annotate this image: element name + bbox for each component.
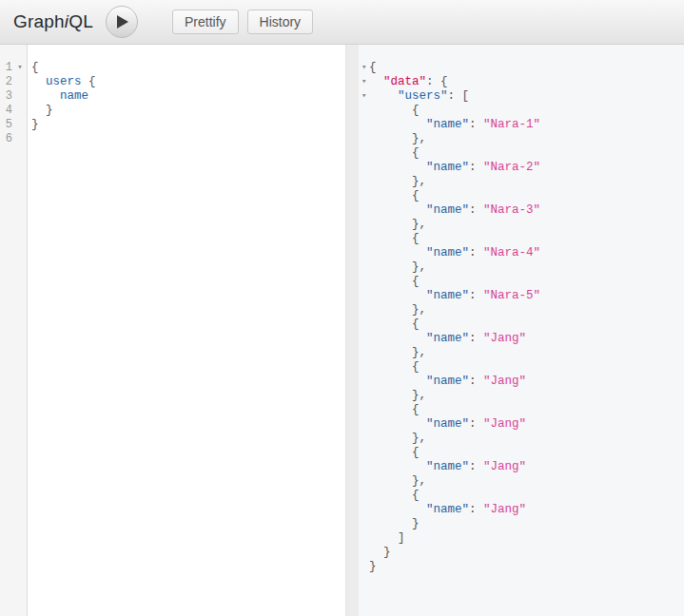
code-text: } [369,517,420,531]
query-code[interactable]: 1▾{2 users {3 name4 }5}6 [0,45,345,146]
code-text: "name": "Nara-5" [369,289,540,303]
app-title-ql: QL [68,11,93,31]
query-editor[interactable]: 1▾{2 users {3 name4 }5}6 [0,45,345,616]
code-text: { [369,232,420,246]
fold-gutter [360,146,369,161]
execute-button[interactable] [106,6,138,38]
fold-gutter [360,318,369,332]
fold-gutter [360,218,369,232]
code-text: { [369,446,420,460]
app-title: GraphiQL [13,11,93,32]
code-line: }, [360,175,684,189]
code-line: "name": "Jang" [360,460,684,474]
code-text: "name": "Nara-4" [369,246,540,260]
code-text: "name": "Jang" [369,332,526,346]
history-button[interactable]: History [247,10,314,34]
result-code: ▾{▾ "data": {▾ "users": [ { "name": "Nar… [360,45,684,574]
topbar: GraphiQL Prettify History [0,0,684,45]
code-line: { [360,489,684,503]
code-text: }, [369,432,426,446]
fold-gutter [360,132,369,146]
fold-gutter [360,346,369,360]
code-text: ] [369,531,405,546]
fold-gutter [360,246,369,260]
code-line: ▾ "data": { [360,75,684,89]
code-line: ▾{ [360,61,684,75]
code-line: "name": "Nara-3" [360,203,684,218]
code-line: } [360,546,684,560]
code-line: } [360,560,684,574]
fold-gutter [360,161,369,175]
code-text: { [369,146,420,161]
fold-gutter [360,517,369,531]
code-text: }, [369,260,426,275]
fold-gutter [360,104,369,118]
app-title-graph: Graph [13,11,65,31]
line-number: 5 [0,118,12,132]
fold-arrow-icon[interactable]: ▾ [360,61,369,75]
line-number: 3 [0,89,12,104]
fold-gutter [12,104,28,118]
prettify-button[interactable]: Prettify [172,10,239,34]
fold-arrow-icon[interactable]: ▾ [12,61,28,75]
code-text: "name": "Nara-3" [369,203,540,218]
code-line: } [360,517,684,531]
fold-gutter [360,275,369,289]
fold-gutter [360,303,369,318]
code-line: { [360,403,684,417]
fold-gutter [12,75,28,89]
code-line: { [360,446,684,460]
code-text: }, [369,303,426,318]
code-text: { [369,275,420,289]
code-line: { [360,232,684,246]
fold-gutter [360,432,369,446]
code-line: "name": "Nara-1" [360,118,684,132]
code-text: users { [28,75,96,89]
fold-gutter [360,489,369,503]
code-line: { [360,146,684,161]
code-text: "data": { [369,75,448,89]
fold-gutter [360,531,369,546]
code-line: }, [360,218,684,232]
fold-gutter [360,446,369,460]
code-text: "name": "Nara-1" [369,118,540,132]
code-text: "users": [ [369,89,469,104]
fold-gutter [360,474,369,489]
code-line: "name": "Jang" [360,503,684,517]
result-viewer: ▾{▾ "data": {▾ "users": [ { "name": "Nar… [359,45,684,616]
code-line[interactable]: 6 [0,132,345,146]
code-text: } [28,118,39,132]
code-line: }, [360,346,684,360]
code-line[interactable]: 2 users { [0,75,345,89]
code-line[interactable]: 5} [0,118,345,132]
fold-gutter [360,403,369,417]
code-text: { [369,360,420,375]
code-text: } [28,104,53,118]
code-line: { [360,104,684,118]
fold-gutter [360,232,369,246]
fold-gutter [360,175,369,189]
fold-gutter [360,260,369,275]
line-number: 4 [0,104,12,118]
code-line[interactable]: 1▾{ [0,61,345,75]
code-text: { [369,61,377,75]
code-line: }, [360,474,684,489]
fold-gutter [12,89,28,104]
code-line: "name": "Nara-4" [360,246,684,260]
code-text: "name": "Jang" [369,375,526,389]
fold-arrow-icon[interactable]: ▾ [360,89,369,104]
fold-gutter [360,389,369,403]
fold-gutter [360,203,369,218]
code-line[interactable]: 3 name [0,89,345,104]
pane-resizer[interactable] [345,45,359,616]
line-number: 1 [0,61,12,75]
fold-gutter [360,118,369,132]
fold-arrow-icon[interactable]: ▾ [360,75,369,89]
code-text: "name": "Jang" [369,417,526,432]
code-line: "name": "Nara-2" [360,161,684,175]
code-line: "name": "Nara-5" [360,289,684,303]
workspace: 1▾{2 users {3 name4 }5}6 ▾{▾ "data": {▾ … [0,45,684,616]
code-text: { [369,104,420,118]
code-line[interactable]: 4 } [0,104,345,118]
code-text: { [369,318,420,332]
